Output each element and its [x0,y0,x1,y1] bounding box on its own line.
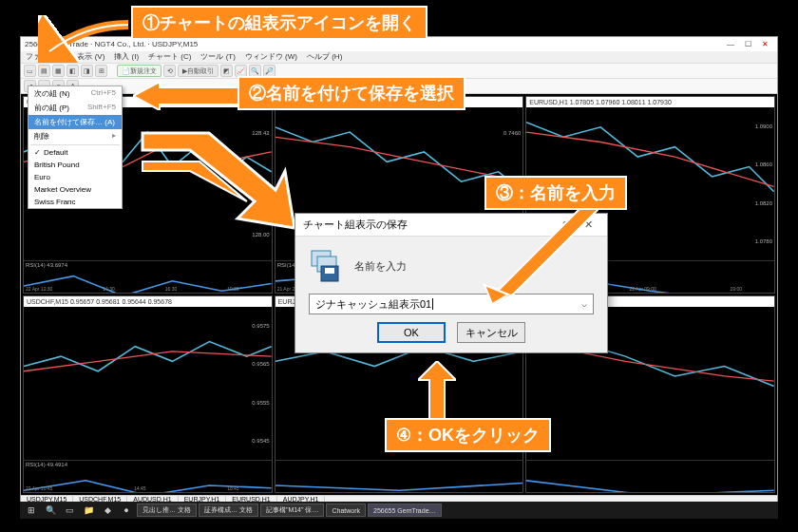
taskbar-item[interactable]: 見出し推… 文格 [137,504,197,517]
chart-title: EURUSD,H1 1.07805 1.07960 1.08011 1.0793… [526,97,774,107]
windows-taskbar[interactable]: ⊞ 🔍 ▭ 📁 ◆ ● 見出し推… 文格 証券構成… 文格 記事構"M14" 保… [20,502,778,519]
search-icon[interactable]: 🔍 [42,504,59,517]
chart-title: USDCHF,M15 0.95657 0.95681 0.95644 0.956… [24,296,272,307]
taskbar-item[interactable]: Chatwork [326,504,366,517]
svg-rect-10 [325,268,334,274]
save-icon [309,248,345,284]
taskbar-item[interactable]: 証券構成… 文格 [199,504,258,517]
toolbar-icon[interactable]: ⊞ [95,65,107,77]
menu-next[interactable]: 次の組 (N)Ctrl+F5 [28,86,122,101]
arrow-2 [133,82,239,110]
toolbar-icon[interactable]: ◩ [220,65,233,77]
toolbar-icon[interactable]: ◧ [66,65,79,77]
arrow-1 [38,15,133,63]
profiles-menu: 次の組 (N)Ctrl+F5 前の組 (P)Shift+F5 名前を付けて保存…… [28,86,123,209]
explorer-icon[interactable]: 📁 [80,504,97,517]
callout-step4: ④：OKをクリック [385,418,551,452]
app-icon[interactable]: ● [118,504,135,517]
toolbar-icon[interactable]: ▤ [38,65,50,77]
maximize-button[interactable]: ☐ [739,40,756,48]
menu-item[interactable]: Market Overview [28,183,122,196]
minimize-button[interactable]: — [722,40,739,48]
svg-marker-4 [484,200,598,304]
arrow-4 [418,361,456,422]
menu-save-as[interactable]: 名前を付けて保存… (A) [28,115,122,129]
start-icon[interactable]: ⊞ [23,504,40,517]
profiles-icon[interactable]: ▭ [24,65,36,77]
menubar[interactable]: ファイル (F) 表示 (V) 挿入 (I) チャート (C) ツール (T) … [21,51,777,64]
menu-prev[interactable]: 前の組 (P)Shift+F5 [28,101,122,115]
toolbar-icon[interactable]: ▦ [52,65,65,77]
close-button[interactable]: ✕ [756,40,773,48]
menu-help[interactable]: ヘルプ (H) [302,51,347,63]
toolbar-icon[interactable]: ⟲ [163,65,176,77]
autotrade-button[interactable]: ▶ 自動取引 [178,65,218,77]
ok-button[interactable]: OK [377,322,446,343]
callout-step2: ②名前を付けて保存を選択 [238,76,466,110]
menu-chart[interactable]: チャート (C) [143,51,196,63]
taskbar-item[interactable]: 256655 GemTrade… [368,504,442,517]
taskview-icon[interactable]: ▭ [61,504,78,517]
menu-item[interactable]: Euro [28,171,122,183]
dialog-prompt: 名前を入力 [354,259,407,274]
menu-item[interactable]: Default [28,146,122,159]
menu-item[interactable]: Swiss Franc [28,196,122,208]
callout-step1: ①チャートの組表示アイコンを開く [131,6,428,40]
menu-tools[interactable]: ツール (T) [196,51,239,63]
app-icon[interactable]: ◆ [99,504,116,517]
new-order-button[interactable]: 📄 新規注文 [117,65,162,77]
menu-delete[interactable]: 削除▸ [28,129,122,143]
menu-window[interactable]: ウィンドウ (W) [240,51,302,63]
menu-item[interactable]: British Pound [28,159,122,171]
callout-step3: ③：名前を入力 [484,176,627,210]
arrow-big [133,124,294,238]
chart-window[interactable]: USDCHF,M15 0.95657 0.95681 0.95644 0.956… [23,295,273,493]
svg-marker-1 [133,82,239,110]
taskbar-item[interactable]: 記事構"M14" 保… [260,504,325,517]
dialog-title: チャート組表示の保存 [303,218,408,232]
cancel-button[interactable]: キャンセル [457,322,525,343]
toolbar-icon[interactable]: ◨ [81,65,93,77]
svg-marker-6 [418,361,456,422]
arrow-3 [475,200,598,304]
